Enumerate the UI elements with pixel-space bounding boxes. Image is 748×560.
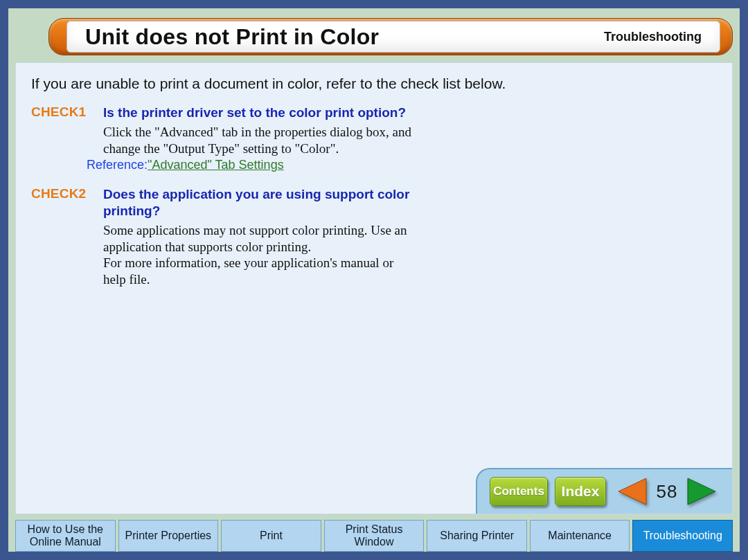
check-body: Some applications may not support color … (103, 222, 416, 288)
reference-row: Reference:"Advanced" Tab Settings (87, 158, 416, 172)
title-inner: Unit does not Print in Color Troubleshoo… (66, 21, 720, 53)
tab-sharing-printer[interactable]: Sharing Printer (427, 520, 527, 552)
contents-button[interactable]: Contents (490, 477, 548, 506)
reference-label: Reference: (87, 158, 148, 172)
next-page-arrow-icon[interactable] (686, 477, 718, 506)
title-bar: Unit does not Print in Color Troubleshoo… (8, 8, 740, 62)
check-item: CHECK1 Is the printer driver set to the … (31, 105, 416, 172)
intro-text: If you are unable to print a document in… (31, 75, 717, 92)
bottom-tabs: How to Use the Online Manual Printer Pro… (15, 520, 733, 552)
svg-marker-0 (618, 478, 646, 505)
page-nav-panel: Contents Index 58 (476, 468, 732, 514)
check-body: Click the "Advanced" tab in the properti… (103, 124, 416, 157)
check-label: CHECK1 (31, 105, 95, 120)
reference-link[interactable]: "Advanced" Tab Settings (148, 158, 284, 172)
content-area: If you are unable to print a document in… (15, 62, 733, 514)
check-label: CHECK2 (31, 186, 95, 201)
prev-page-arrow-icon[interactable] (616, 477, 648, 506)
page-frame: Unit does not Print in Color Troubleshoo… (8, 8, 740, 552)
svg-marker-1 (688, 478, 715, 505)
check-item: CHECK2 Does the application you are usin… (31, 186, 416, 288)
check-question: Does the application you are using suppo… (103, 186, 416, 219)
tab-print[interactable]: Print (221, 520, 321, 552)
tab-print-status-window[interactable]: Print Status Window (324, 520, 425, 552)
tab-troubleshooting[interactable]: Troubleshooting (632, 520, 733, 552)
section-label: Troubleshooting (604, 30, 702, 44)
window-chrome: Unit does not Print in Color Troubleshoo… (0, 0, 748, 560)
index-button[interactable]: Index (555, 477, 606, 506)
page-title: Unit does not Print in Color (85, 24, 379, 50)
tab-printer-properties[interactable]: Printer Properties (118, 520, 219, 552)
tab-how-to-use[interactable]: How to Use the Online Manual (15, 520, 116, 552)
tab-maintenance[interactable]: Maintenance (530, 520, 630, 552)
check-question: Is the printer driver set to the color p… (103, 105, 406, 121)
page-number: 58 (653, 481, 681, 503)
